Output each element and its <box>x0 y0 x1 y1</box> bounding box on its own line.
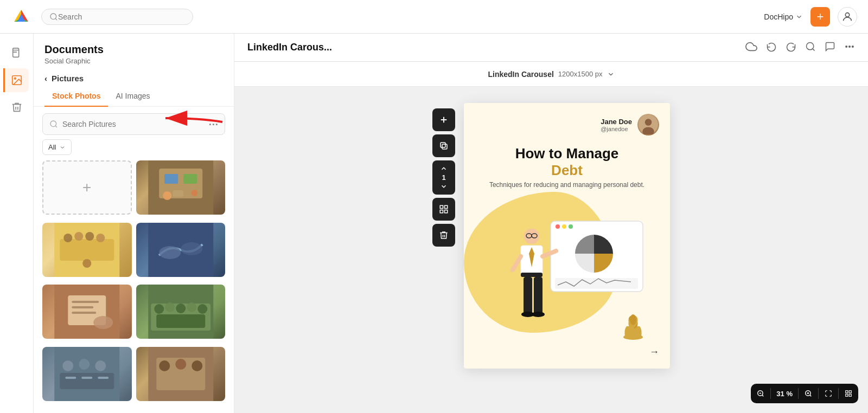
svg-point-67 <box>569 224 573 229</box>
svg-point-11 <box>163 191 171 200</box>
carousel-label: LinkedIn Carousel <box>488 70 553 79</box>
canvas-toolbar: LinkedIn Carous... <box>234 34 868 62</box>
svg-point-36 <box>197 304 207 314</box>
sidebar-panel: Documents Social Graphic ‹ Pictures Stoc… <box>34 34 234 413</box>
canvas-sub-bar: LinkedIn Carousel 1200x1500 px <box>234 62 868 87</box>
svg-point-51 <box>807 42 814 49</box>
add-slide-button[interactable] <box>432 108 455 131</box>
svg-rect-60 <box>445 210 448 213</box>
comment-icon[interactable] <box>825 41 835 54</box>
stock-photo-1[interactable] <box>136 160 226 215</box>
svg-point-5 <box>14 78 16 79</box>
svg-rect-44 <box>81 377 92 379</box>
search-canvas-icon[interactable] <box>805 41 816 54</box>
brand-chevron-icon <box>795 13 803 21</box>
stock-photo-6-img <box>42 347 132 401</box>
svg-rect-28 <box>72 312 96 314</box>
zoom-out-button[interactable] <box>751 384 770 403</box>
topbar: DocHipo + <box>0 0 868 34</box>
more-options-icon[interactable] <box>844 41 855 54</box>
pictures-search-box[interactable]: ⋯ <box>42 113 225 135</box>
grid-view-button[interactable] <box>839 384 858 403</box>
svg-rect-79 <box>524 277 532 315</box>
rail-item-pictures[interactable] <box>3 68 29 92</box>
brand-selector[interactable]: DocHipo <box>764 12 803 21</box>
cloud-save-icon[interactable] <box>745 41 757 55</box>
stock-photo-team[interactable] <box>136 285 226 339</box>
search-pictures-input[interactable] <box>62 120 204 128</box>
stock-photo-4[interactable] <box>42 285 132 339</box>
svg-point-18 <box>85 232 94 241</box>
card-illustration <box>475 197 659 342</box>
search-options-button[interactable]: ⋯ <box>208 118 218 130</box>
svg-point-40 <box>79 359 90 370</box>
card-title-accent: Debt <box>551 162 583 178</box>
filter-select[interactable]: All <box>42 139 72 155</box>
zoom-out-icon <box>757 390 764 397</box>
stock-photo-4-img <box>42 285 132 339</box>
svg-rect-76 <box>521 273 542 277</box>
redo-icon[interactable] <box>786 41 796 54</box>
pictures-nav-header[interactable]: ‹ Pictures <box>34 68 234 86</box>
stock-photo-meeting[interactable] <box>42 223 132 277</box>
document-title: LinkedIn Carous... <box>247 42 332 53</box>
user-icon <box>841 11 853 23</box>
topbar-right: DocHipo + <box>764 7 857 27</box>
add-image-button[interactable]: + <box>42 160 132 215</box>
svg-rect-59 <box>440 210 443 213</box>
user-avatar-button[interactable] <box>838 7 857 27</box>
author-name: Jane Doe <box>601 118 632 126</box>
svg-point-19 <box>96 234 105 242</box>
card-author-info: Jane Doe @janedoe <box>601 118 632 132</box>
svg-point-62 <box>645 119 652 126</box>
rail-item-document[interactable] <box>5 41 29 65</box>
layout-grid-button[interactable] <box>432 198 455 221</box>
main-layout: Documents Social Graphic ‹ Pictures Stoc… <box>0 34 868 413</box>
global-search-input[interactable] <box>58 12 185 21</box>
delete-slide-button[interactable] <box>432 224 455 247</box>
plant-decoration <box>618 310 648 342</box>
svg-rect-57 <box>440 205 443 208</box>
svg-rect-13 <box>173 190 183 197</box>
fit-screen-button[interactable] <box>819 384 838 403</box>
sidebar-title: Documents <box>44 43 223 56</box>
svg-point-48 <box>159 360 170 371</box>
svg-point-35 <box>187 302 196 312</box>
rail-item-trash[interactable] <box>5 95 29 119</box>
stock-photo-6[interactable] <box>42 347 132 401</box>
svg-rect-27 <box>72 306 93 308</box>
grid-view-icon <box>845 390 852 397</box>
tab-ai-images[interactable]: AI Images <box>108 86 157 107</box>
svg-point-1 <box>50 14 56 20</box>
svg-point-33 <box>165 302 175 312</box>
card-arrow: → <box>475 346 659 358</box>
trash-icon <box>11 101 23 113</box>
card-author: Jane Doe @janedoe <box>475 114 659 135</box>
svg-point-54 <box>852 46 854 47</box>
duplicate-slide-button[interactable] <box>432 134 455 157</box>
svg-point-29 <box>93 316 113 329</box>
slide-navigation[interactable]: 1 <box>432 160 455 195</box>
svg-rect-37 <box>156 314 205 328</box>
svg-point-34 <box>176 304 186 313</box>
svg-point-6 <box>50 121 56 127</box>
stock-photo-handshake[interactable] <box>136 223 226 277</box>
canvas-dimensions: 1200x1500 px <box>558 70 603 78</box>
zoom-in-button[interactable] <box>799 384 818 403</box>
canvas-settings-chevron[interactable] <box>607 70 615 78</box>
svg-rect-26 <box>72 301 99 303</box>
svg-rect-90 <box>849 391 851 393</box>
app-logo[interactable] <box>11 7 31 27</box>
add-new-button[interactable]: + <box>810 7 830 27</box>
stock-photo-team-img <box>136 285 226 339</box>
svg-point-16 <box>63 234 72 242</box>
filter-chevron-icon <box>59 144 66 151</box>
tab-stock-photos[interactable]: Stock Photos <box>44 86 108 107</box>
svg-rect-10 <box>183 174 197 184</box>
global-search-box[interactable] <box>41 9 193 25</box>
svg-point-52 <box>846 46 847 47</box>
author-handle: @janedoe <box>601 126 632 132</box>
stock-photo-7[interactable] <box>136 347 226 401</box>
document-icon <box>11 47 23 59</box>
undo-icon[interactable] <box>766 41 777 54</box>
